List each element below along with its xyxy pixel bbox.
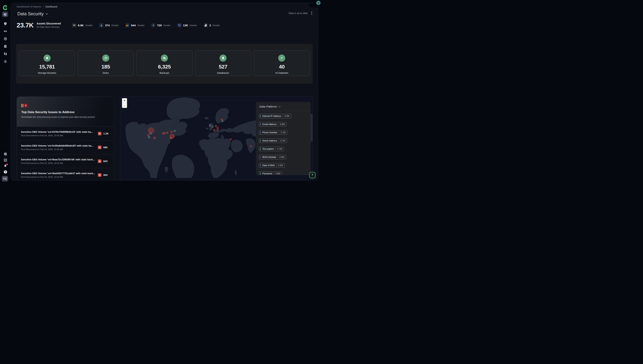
- aws-icon: aws: [73, 24, 76, 27]
- sidebar-item-classification[interactable]: [0, 37, 11, 41]
- microsoft-fabric-icon: [178, 24, 181, 27]
- map-bubble[interactable]: [212, 126, 213, 128]
- map-bubble[interactable]: [209, 124, 211, 126]
- map-bubble[interactable]: [250, 146, 252, 147]
- map-bubble[interactable]: [170, 137, 172, 139]
- snowflake-icon: ❄: [152, 24, 154, 26]
- map-zoom-control: + -: [122, 98, 127, 108]
- severity-badge-high: H: [98, 146, 101, 149]
- issue-count: 504: [103, 174, 110, 176]
- world-map[interactable]: + - Data Patterns Internal IP Address4.5…: [120, 96, 313, 180]
- map-bubble[interactable]: [171, 131, 173, 133]
- issue-count: 623: [103, 160, 110, 162]
- gear-icon: [4, 152, 7, 156]
- sidebar-item-help[interactable]: ?: [0, 170, 11, 174]
- data-pattern-chip[interactable]: Password3.6M: [259, 171, 282, 175]
- bullseye-icon: [4, 37, 7, 40]
- card-backups[interactable]: 6,325 Backups: [136, 50, 192, 76]
- sidebar-item-policies[interactable]: [0, 44, 11, 48]
- provider-azure: 374 Assets: [99, 23, 118, 28]
- data-pattern-chip[interactable]: Street Address3.7M: [259, 138, 287, 143]
- data-patterns-header[interactable]: Data Patterns: [256, 102, 311, 111]
- severity-badge-high: H: [98, 160, 101, 163]
- issue-row[interactable]: Sensitive EBS Volume 'vol-0479e750699840…: [17, 126, 114, 140]
- map-bubble[interactable]: [213, 129, 215, 131]
- notification-dot: [6, 164, 8, 165]
- total-assets-value: 23.7K: [17, 22, 34, 29]
- map-bubble[interactable]: [174, 130, 176, 132]
- data-pattern-chip[interactable]: Internal IP Address4.5M: [259, 114, 291, 118]
- map-bubble[interactable]: [217, 127, 219, 128]
- data-pattern-chip[interactable]: IBAN (Global)3.6M: [259, 155, 286, 160]
- main-content: Dashboards & Reports › Dashboard Data Se…: [11, 3, 318, 180]
- data-patterns-list: Internal IP Address4.5MEmail Address3.8M…: [256, 111, 311, 175]
- data-pattern-chip[interactable]: Email Address3.8M: [259, 122, 286, 126]
- map-bubble[interactable]: [148, 136, 150, 138]
- company-logo[interactable]: [0, 5, 11, 10]
- on-prem-building-icon: [204, 24, 208, 27]
- issue-row[interactable]: Sensitive EBS Volume 'vol-0c59a8ddb090e6…: [17, 140, 114, 154]
- data-store-services: 54 Data Store Services: [37, 26, 61, 28]
- sidebar-item-settings[interactable]: [0, 152, 11, 156]
- issue-count: 685: [103, 146, 110, 149]
- status-row: Data is up to date: [289, 11, 313, 16]
- map-bubble[interactable]: [148, 128, 154, 133]
- map-bubble[interactable]: [153, 137, 156, 139]
- svg-text:aws: aws: [73, 24, 76, 26]
- card-storage-buckets[interactable]: 15,781 Storage Buckets: [19, 50, 75, 76]
- card-databases[interactable]: 527 Databases: [195, 50, 251, 76]
- breadcrumb-separator: ›: [43, 6, 44, 8]
- zoom-in-button[interactable]: +: [122, 98, 127, 103]
- user-avatar[interactable]: CQ: [2, 176, 8, 182]
- database-icon: [221, 56, 225, 60]
- map-bubble[interactable]: [147, 134, 149, 136]
- provider-google-cloud: 644 Assets: [125, 23, 144, 28]
- data-freshness-status: Data is up to date: [289, 12, 308, 14]
- breadcrumb-dashboards-reports[interactable]: Dashboards & Reports: [17, 5, 41, 8]
- map-bubble[interactable]: [230, 138, 231, 140]
- top-issues-header: C Top Data Security Issues to Address Re…: [17, 97, 114, 126]
- blocks-icon: [4, 52, 7, 55]
- dashboard-title-dropdown[interactable]: Data Security: [17, 12, 48, 16]
- sidebar-item-dashboards[interactable]: [2, 12, 8, 17]
- ai-dataset-icon: [280, 56, 283, 60]
- card-ai-datasets[interactable]: 40 AI Datasets: [254, 50, 310, 76]
- sidebar-item-connections[interactable]: [0, 59, 11, 64]
- network-graph-icon: [4, 60, 7, 63]
- map-bubble[interactable]: [222, 120, 223, 122]
- total-assets-label: Assets Discovered: [37, 22, 61, 25]
- help-button[interactable]: ?: [309, 172, 315, 178]
- data-pattern-chip[interactable]: Test pattern3.7M: [259, 147, 284, 151]
- sidebar-item-issues[interactable]: [0, 22, 11, 26]
- issue-count: 1.2K: [103, 132, 110, 135]
- data-pattern-chip[interactable]: Phone Number3.7M: [259, 130, 287, 135]
- help-circle-icon: ?: [4, 170, 7, 174]
- sidebar-item-inventory[interactable]: [0, 52, 11, 56]
- card-disks[interactable]: 185 Disks: [78, 50, 134, 76]
- google-cloud-icon: [126, 24, 129, 27]
- breadcrumb-dashboard[interactable]: Dashboard: [45, 5, 57, 8]
- issue-row[interactable]: Sensitive EBS Volume 'vol-0bae72c33f93f6…: [17, 154, 114, 168]
- data-pattern-chip[interactable]: Date of Birth3.6M: [259, 163, 285, 168]
- shield-alert-icon: [4, 22, 7, 25]
- sidebar-item-notifications[interactable]: [0, 164, 11, 168]
- map-bubble[interactable]: [217, 129, 219, 131]
- sidebar-item-visibility[interactable]: [0, 29, 11, 33]
- asset-cards-band: 15,781 Storage Buckets 185 Disks: [16, 44, 313, 84]
- assets-summary: 23.7K Assets Discovered 54 Data Store Se…: [17, 20, 220, 30]
- disk-icon: [104, 56, 107, 60]
- map-bubble[interactable]: [166, 132, 168, 134]
- issue-row[interactable]: Sensitive EBS Volume 'vol-0bebf5377761ad…: [17, 168, 114, 180]
- zoom-out-button[interactable]: -: [122, 103, 127, 108]
- provider-microsoft-fabric: 13K Assets: [177, 23, 197, 28]
- page-title: Data Security: [17, 12, 44, 16]
- map-bubble[interactable]: [164, 132, 166, 134]
- sidebar-item-apps[interactable]: [0, 158, 11, 162]
- product-ring-logo-icon[interactable]: [316, 0, 321, 5]
- data-patterns-panel: Data Patterns Internal IP Address4.5MEma…: [256, 102, 311, 175]
- kebab-menu[interactable]: [310, 11, 313, 16]
- top-issues-panel: C Top Data Security Issues to Address Re…: [17, 96, 114, 180]
- map-bubble[interactable]: [215, 125, 217, 127]
- top-issues-subtitle: Remediate the most pressing issues to im…: [21, 116, 110, 118]
- map-bubble[interactable]: [150, 132, 152, 134]
